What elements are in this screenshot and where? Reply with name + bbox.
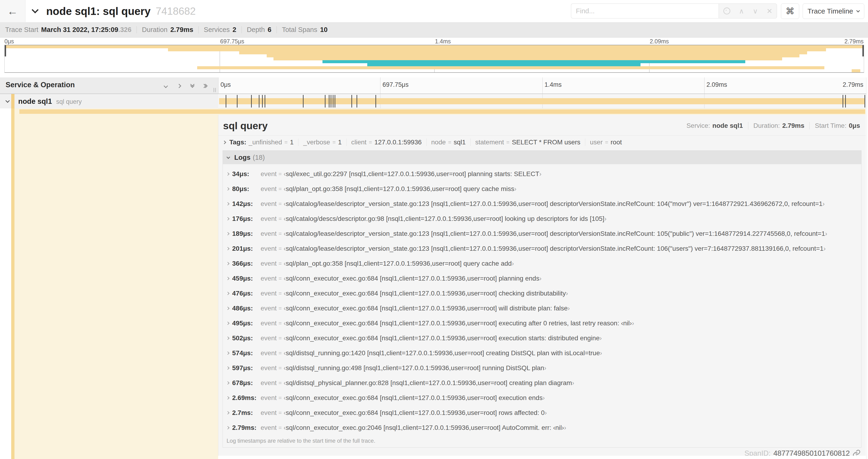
tag-item: user=root: [590, 138, 622, 146]
services-label: Services: [204, 26, 229, 34]
span-row-timeline-cell[interactable]: [218, 94, 866, 108]
duration-value: 2.79ms: [170, 26, 193, 34]
span-collapse-chevron-icon[interactable]: [5, 98, 9, 103]
page-title: node sql1: sql query: [46, 5, 151, 18]
log-expander-chevron-icon: [226, 336, 229, 340]
log-row[interactable]: 597μs:event=‹sql/distsql_running.go:498 …: [223, 361, 861, 375]
tag-item: node=sql1: [431, 138, 466, 146]
log-row[interactable]: 502μs:event=‹sql/conn_executor_exec.go:6…: [223, 331, 861, 346]
column-resizer-handle[interactable]: [214, 88, 216, 92]
logs-header[interactable]: Logs (18): [223, 151, 861, 164]
expand-one-icon[interactable]: [177, 84, 181, 88]
close-angle-quote: ›: [544, 364, 546, 372]
minimap-span-bar: [267, 54, 799, 57]
log-row[interactable]: 176μs:event=‹sql/catalog/descs/descripto…: [223, 211, 861, 226]
ruler-tick-line: [704, 77, 705, 94]
collapse-all-icon[interactable]: [191, 83, 194, 89]
log-row[interactable]: 574μs:event=‹sql/distsql_running.go:1420…: [223, 346, 861, 361]
log-marker-tick: [335, 95, 335, 107]
log-field-value: sql/exec_util.go:2297 [nsql1,client=127.…: [286, 170, 539, 178]
close-angle-quote: ›: [545, 409, 547, 417]
tag-item: statement=SELECT * FROM users: [475, 138, 581, 146]
equals-sign: =: [333, 139, 336, 145]
equals-sign: =: [279, 320, 282, 327]
log-field-value: sql/conn_executor_exec.go:684 [nsql1,cli…: [286, 290, 566, 297]
prev-result-icon[interactable]: ∧: [739, 7, 744, 15]
link-icon[interactable]: [852, 450, 861, 456]
log-row[interactable]: 495μs:event=‹sql/conn_executor_exec.go:6…: [223, 316, 861, 331]
tag-key: user: [590, 138, 602, 146]
log-row[interactable]: 2.7ms:event=‹sql/conn_executor_exec.go:6…: [223, 405, 861, 420]
find-group: ∧ ∨ ✕: [571, 3, 777, 19]
log-row[interactable]: 80μs:event=‹sql/plan_opt.go:358 [nsql1,c…: [223, 182, 861, 196]
locate-icon[interactable]: [723, 7, 730, 14]
keyboard-shortcuts-button[interactable]: ⌘: [781, 3, 799, 19]
equals-sign: =: [279, 275, 282, 282]
log-timestamp: 476μs:: [232, 290, 260, 297]
span-duration-bar[interactable]: [219, 98, 865, 104]
open-angle-quote: ‹: [284, 245, 286, 252]
tag-separator: [426, 138, 427, 146]
log-field-value: sql/conn_executor_exec.go:684 [nsql1,cli…: [286, 394, 543, 402]
tag-value: SELECT * FROM users: [512, 138, 581, 146]
detail-span-bar[interactable]: [19, 109, 865, 114]
log-marker-tick: [865, 95, 865, 107]
equals-sign: =: [279, 186, 282, 192]
clear-find-icon[interactable]: ✕: [767, 7, 772, 15]
span-id-label: SpanID:: [744, 449, 771, 456]
log-marker-tick: [237, 95, 238, 107]
span-color-accent: [11, 94, 14, 108]
open-angle-quote: ‹: [284, 305, 286, 312]
log-row[interactable]: 476μs:event=‹sql/conn_executor_exec.go:6…: [223, 286, 861, 301]
tags-row[interactable]: Tags: _unfinished=1_verbose=1client=127.…: [218, 135, 866, 149]
log-timestamp: 201μs:: [232, 245, 260, 252]
log-timestamp: 459μs:: [232, 275, 260, 282]
log-marker-tick: [333, 95, 334, 107]
log-marker-tick: [843, 95, 843, 107]
tags-list: _unfinished=1_verbose=1client=127.0.0.1:…: [249, 138, 622, 146]
minimap-tick-label: 2.79ms: [844, 38, 864, 45]
log-timestamp: 597μs:: [232, 364, 260, 372]
open-angle-quote: ‹: [284, 200, 286, 207]
span-row-label-cell[interactable]: node sql1sql query: [0, 94, 218, 108]
open-angle-quote: ‹: [284, 394, 286, 402]
minimap-span-bar: [852, 69, 860, 72]
log-field-key: event: [260, 215, 277, 223]
log-marker-tick: [331, 95, 331, 107]
expand-all-icon[interactable]: [204, 85, 207, 88]
minimap-span-bar: [239, 51, 807, 54]
back-button[interactable]: ←: [0, 0, 25, 22]
log-row[interactable]: 678μs:event=‹sql/distsql_physical_planne…: [223, 375, 861, 390]
log-row[interactable]: 2.69ms:event=‹sql/conn_executor_exec.go:…: [223, 390, 861, 405]
tag-separator: [585, 138, 585, 146]
minimap-right-scrubber-handle[interactable]: [862, 45, 864, 57]
log-row[interactable]: 189μs:event=‹sql/catalog/lease/descripto…: [223, 226, 861, 241]
collapse-trace-chevron-icon[interactable]: [32, 6, 39, 13]
equals-sign: =: [279, 245, 282, 252]
log-row[interactable]: 34μs:event=‹sql/exec_util.go:2297 [nsql1…: [223, 167, 861, 182]
log-field-value: sql/catalog/lease/descriptor_version_sta…: [286, 245, 824, 252]
log-row[interactable]: 142μs:event=‹sql/catalog/lease/descripto…: [223, 196, 861, 211]
log-row[interactable]: 459μs:event=‹sql/conn_executor_exec.go:6…: [223, 271, 861, 286]
log-row[interactable]: 366μs:event=‹sql/plan_opt.go:358 [nsql1,…: [223, 256, 861, 271]
next-result-icon[interactable]: ∨: [753, 7, 758, 15]
collapse-one-icon[interactable]: [163, 84, 168, 88]
close-angle-quote: ›: [539, 170, 541, 178]
minimap-time-labels: 0μs697.75μs1.4ms2.09ms2.79ms: [0, 38, 868, 45]
open-angle-quote: ‹: [284, 364, 286, 372]
ruler-tick-line: [380, 77, 380, 94]
equals-sign: =: [605, 139, 608, 145]
log-marker-tick: [262, 95, 263, 107]
log-expander-chevron-icon: [226, 307, 229, 310]
log-row[interactable]: 201μs:event=‹sql/catalog/lease/descripto…: [223, 241, 861, 256]
log-row[interactable]: 2.79ms:event=‹sql/conn_executor_exec.go:…: [223, 420, 861, 435]
log-row[interactable]: 486μs:event=‹sql/conn_executor_exec.go:6…: [223, 301, 861, 316]
open-angle-quote: ‹: [284, 260, 286, 267]
log-field-value: sql/catalog/lease/descriptor_version_sta…: [286, 230, 825, 237]
minimap-left-scrubber-handle[interactable]: [5, 45, 6, 57]
minimap-canvas[interactable]: [4, 45, 864, 73]
timeline-ruler: 0μs697.75μs1.4ms2.09ms2.79ms: [218, 77, 866, 94]
open-angle-quote: ‹: [284, 379, 286, 387]
find-input[interactable]: [571, 3, 719, 19]
view-selector-button[interactable]: Trace Timeline: [803, 3, 864, 19]
